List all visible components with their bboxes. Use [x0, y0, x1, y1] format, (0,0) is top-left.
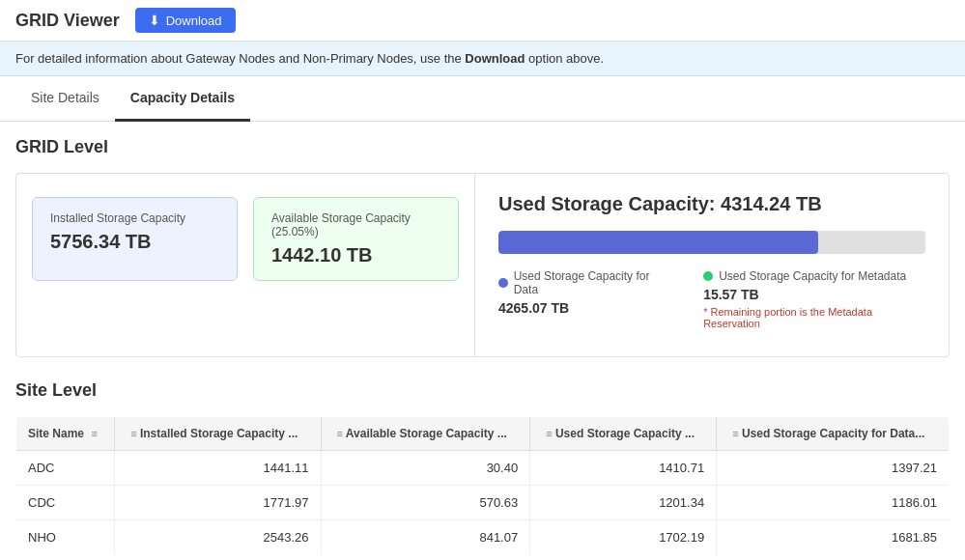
info-text-before: For detailed information about Gateway N… [15, 51, 465, 66]
cell-used-data: 1186.01 [717, 486, 950, 520]
col-installed[interactable]: ≡ Installed Storage Capacity ... [115, 417, 321, 451]
table-header-row: Site Name ≡ ≡ Installed Storage Capacity… [16, 417, 950, 451]
info-text-after: option above. [525, 51, 604, 66]
col-used-data[interactable]: ≡ Used Storage Capacity for Data... [717, 417, 950, 451]
legend-label-metadata: Used Storage Capacity for Metadata [719, 269, 906, 283]
header: GRID Viewer ⬇ Download [0, 0, 965, 42]
filter-icon-available[interactable]: ≡ [337, 428, 343, 439]
installed-capacity-card: Installed Storage Capacity 5756.34 TB [32, 197, 238, 281]
legend-dot-metadata [703, 271, 713, 281]
app-title: GRID Viewer [15, 11, 120, 31]
legend-value-data: 4265.07 TB [498, 300, 672, 316]
download-icon: ⬇ [149, 13, 160, 28]
col-used[interactable]: ≡ Used Storage Capacity ... [530, 417, 717, 451]
tab-site-details[interactable]: Site Details [15, 76, 115, 122]
cell-site: NHO [16, 520, 115, 555]
grid-right-panel: Used Storage Capacity: 4314.24 TB Used S… [475, 174, 949, 356]
site-table: Site Name ≡ ≡ Installed Storage Capacity… [15, 416, 950, 555]
filter-icon-installed[interactable]: ≡ [130, 428, 136, 439]
legend-item-data: Used Storage Capacity for Data 4265.07 T… [498, 269, 672, 329]
cell-available: 570.63 [321, 486, 530, 520]
download-button[interactable]: ⬇ Download [135, 8, 236, 33]
grid-level-container: Installed Storage Capacity 5756.34 TB Av… [15, 173, 950, 357]
table-row: CDC 1771.97 570.63 1201.34 1186.01 [16, 486, 950, 520]
info-banner: For detailed information about Gateway N… [0, 42, 965, 76]
capacity-bar-fill [498, 231, 818, 254]
installed-capacity-label: Installed Storage Capacity [50, 211, 219, 225]
grid-left-panel: Installed Storage Capacity 5756.34 TB Av… [16, 174, 475, 356]
tab-capacity-details[interactable]: Capacity Details [115, 76, 250, 122]
installed-capacity-value: 5756.34 TB [50, 231, 219, 253]
filter-icon-used[interactable]: ≡ [546, 428, 552, 439]
grid-level-title: GRID Level [15, 137, 950, 157]
capacity-legend: Used Storage Capacity for Data 4265.07 T… [498, 269, 925, 329]
cell-used: 1201.34 [530, 486, 717, 520]
cell-site: ADC [16, 451, 115, 486]
used-capacity-title: Used Storage Capacity: 4314.24 TB [498, 193, 925, 215]
site-table-body: ADC 1441.11 30.40 1410.71 1397.21 CDC 17… [16, 451, 950, 555]
cell-installed: 1441.11 [115, 451, 321, 486]
tabs-container: Site Details Capacity Details [0, 76, 965, 122]
site-level-section: Site Level Site Name ≡ ≡ Installed Stora… [15, 380, 950, 555]
cell-site: CDC [16, 486, 115, 520]
table-row: NHO 2543.26 841.07 1702.19 1681.85 [16, 520, 950, 555]
cell-available: 841.07 [321, 520, 530, 555]
col-available[interactable]: ≡ Available Storage Capacity ... [321, 417, 530, 451]
main-content: GRID Level Installed Storage Capacity 57… [0, 122, 965, 560]
available-capacity-card: Available Storage Capacity (25.05%) 1442… [253, 197, 459, 281]
legend-value-metadata: 15.57 TB [703, 287, 925, 302]
legend-item-metadata: Used Storage Capacity for Metadata 15.57… [703, 269, 925, 329]
cell-used: 1702.19 [530, 520, 717, 555]
filter-icon-used-data[interactable]: ≡ [732, 428, 738, 439]
legend-label-data: Used Storage Capacity for Data [514, 269, 672, 296]
available-capacity-value: 1442.10 TB [271, 244, 440, 266]
available-capacity-label: Available Storage Capacity (25.05%) [271, 211, 440, 238]
capacity-bar [498, 231, 925, 254]
filter-icon-site[interactable]: ≡ [91, 428, 97, 439]
cell-installed: 1771.97 [115, 486, 321, 520]
cell-available: 30.40 [321, 451, 530, 486]
col-site-name[interactable]: Site Name ≡ [16, 417, 115, 451]
cell-installed: 2543.26 [115, 520, 321, 555]
info-bold-text: Download [465, 51, 525, 66]
table-row: ADC 1441.11 30.40 1410.71 1397.21 [16, 451, 950, 486]
cell-used-data: 1397.21 [717, 451, 950, 486]
cell-used: 1410.71 [530, 451, 717, 486]
site-level-title: Site Level [15, 380, 950, 401]
legend-note-metadata: * Remaining portion is the Metadata Rese… [703, 306, 925, 329]
legend-dot-data [498, 278, 508, 288]
cell-used-data: 1681.85 [717, 520, 950, 555]
storage-cards: Installed Storage Capacity 5756.34 TB Av… [32, 197, 459, 281]
